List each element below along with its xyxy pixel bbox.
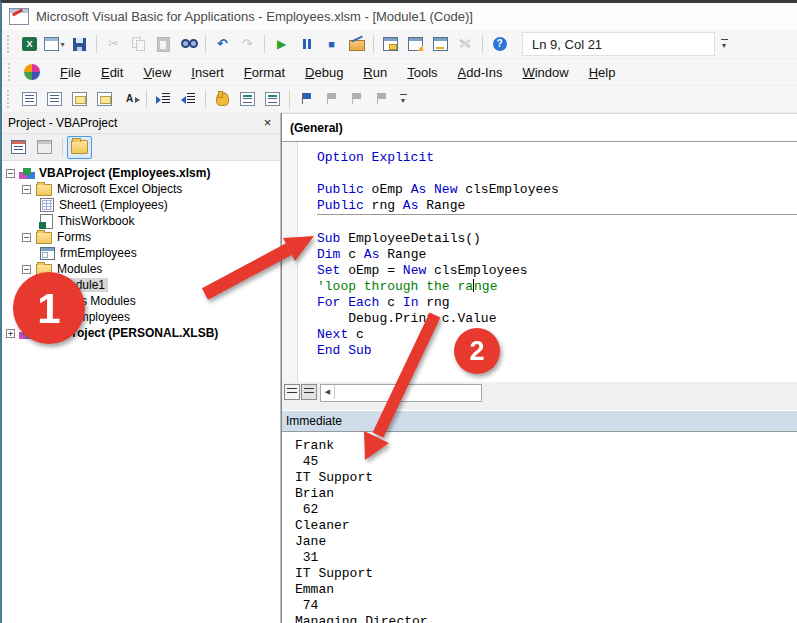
- menu-tools[interactable]: Tools: [397, 62, 447, 83]
- tree-item-vbaproject-employees-xlsm[interactable]: −VBAProject (Employees.xlsm): [2, 165, 280, 181]
- tree-item-sheet1-employees[interactable]: Sheet1 (Employees): [2, 197, 280, 213]
- immediate-window[interactable]: Frank 45IT SupportBrian 62CleanerJane 31…: [282, 431, 797, 623]
- paste-button[interactable]: [151, 33, 176, 56]
- copy-button[interactable]: [126, 33, 151, 56]
- code-text: oEmp =: [348, 263, 403, 278]
- list-constants-button[interactable]: [42, 88, 67, 111]
- menu-file[interactable]: File: [50, 62, 91, 83]
- next-bookmark-button[interactable]: [319, 88, 344, 111]
- tree-item-clsemployees[interactable]: clsEmployees: [2, 309, 280, 325]
- object-dropdown[interactable]: (General): [282, 113, 797, 142]
- view-object-button[interactable]: [32, 136, 57, 159]
- edit-toolbar-grip[interactable]: [7, 90, 13, 108]
- tree-item-thisworkbook[interactable]: ThisWorkbook: [2, 213, 280, 229]
- immediate-output-line: 74: [295, 598, 797, 614]
- design-mode-button[interactable]: [344, 33, 369, 56]
- toolbar-separator: [146, 90, 147, 108]
- excel-icon: X: [22, 37, 37, 51]
- immediate-output-line: 62: [295, 502, 797, 518]
- save-button[interactable]: [67, 33, 92, 56]
- list-properties-button[interactable]: [17, 88, 42, 111]
- menu-edit[interactable]: Edit: [91, 62, 133, 83]
- comment-block-button[interactable]: [235, 88, 260, 111]
- horizontal-scrollbar[interactable]: ◀: [320, 384, 482, 402]
- run-button[interactable]: ▶: [269, 33, 294, 56]
- code-text: c: [348, 247, 364, 262]
- indent-button[interactable]: [151, 88, 176, 111]
- lines-icon: [47, 92, 62, 106]
- collapse-icon[interactable]: −: [22, 297, 31, 306]
- toggle-bookmark-button[interactable]: [294, 88, 319, 111]
- clear-bookmarks-button[interactable]: [369, 88, 394, 111]
- tree-item-label: Sheet1 (Employees): [56, 198, 171, 212]
- tree-item-modules[interactable]: −Modules: [2, 261, 280, 277]
- immediate-output-line: Managing Director: [295, 614, 797, 623]
- expand-icon[interactable]: +: [6, 329, 15, 338]
- properties-window-button[interactable]: [403, 33, 428, 56]
- code-line: Option Explicit: [317, 150, 797, 166]
- tree-item-module1[interactable]: Module1: [2, 277, 280, 293]
- menu-help[interactable]: Help: [579, 62, 626, 83]
- toolbar-options-button[interactable]: ▾: [717, 33, 731, 56]
- project-panel-header: Project - VBAProject ×: [2, 113, 280, 134]
- tree-item-label: Modules: [54, 262, 105, 276]
- menu-view[interactable]: View: [133, 62, 181, 83]
- full-module-view-button[interactable]: [301, 384, 317, 400]
- toggle-breakpoint-button[interactable]: [210, 88, 235, 111]
- collapse-icon[interactable]: −: [6, 169, 15, 178]
- hand-icon: [216, 92, 229, 106]
- collapse-icon[interactable]: −: [22, 233, 31, 242]
- code-line: 'loop through the range: [317, 279, 797, 295]
- code-editor[interactable]: Option ExplicitPublic oEmp As New clsEmp…: [282, 142, 797, 382]
- menubar-grip[interactable]: [8, 63, 14, 81]
- toolbox-button[interactable]: [453, 33, 478, 56]
- immediate-window-titlebar[interactable]: Immediate: [282, 410, 797, 431]
- edit-toolbar-options-button[interactable]: ▾: [396, 88, 410, 111]
- tree-item-forms[interactable]: −Forms: [2, 229, 280, 245]
- view-code-button[interactable]: [6, 136, 31, 159]
- reset-button[interactable]: ■: [319, 33, 344, 56]
- class-icon: [40, 312, 51, 323]
- menu-window[interactable]: Window: [512, 62, 578, 83]
- tree-item-microsoft-excel-objects[interactable]: −Microsoft Excel Objects: [2, 181, 280, 197]
- code-line: Set oEmp = New clsEmployees: [317, 263, 797, 279]
- menu-add-ins[interactable]: Add-Ins: [448, 62, 513, 83]
- uncomment-block-button[interactable]: [260, 88, 285, 111]
- toggle-folders-button[interactable]: [67, 136, 92, 159]
- toolbar-grip[interactable]: [7, 35, 13, 53]
- tree-item-vbaproject-personal-xlsb[interactable]: +VBAProject (PERSONAL.XLSB): [2, 325, 280, 341]
- view-excel-button[interactable]: X: [17, 33, 42, 56]
- immediate-window-title: Immediate: [286, 414, 342, 428]
- undo-button[interactable]: ↶: [210, 33, 235, 56]
- collapse-icon[interactable]: −: [22, 185, 31, 194]
- procedure-view-button[interactable]: [284, 384, 300, 400]
- scroll-left-icon[interactable]: ◀: [321, 385, 335, 399]
- outdent-button[interactable]: [176, 88, 201, 111]
- tree-item-frmemployees[interactable]: frmEmployees: [2, 245, 280, 261]
- code-line: Public rng As Range: [317, 198, 797, 214]
- bigfolder-icon: [71, 140, 88, 154]
- folder-icon: [36, 232, 52, 244]
- cut-button[interactable]: ✂: [101, 33, 126, 56]
- menu-format[interactable]: Format: [234, 62, 295, 83]
- object-browser-button[interactable]: [428, 33, 453, 56]
- break-button[interactable]: [294, 33, 319, 56]
- find-button[interactable]: [176, 33, 201, 56]
- insert-userform-button[interactable]: ▾: [42, 33, 67, 56]
- tree-item-class-modules[interactable]: −Class Modules: [2, 293, 280, 309]
- tree-item-label: ThisWorkbook: [55, 214, 137, 228]
- complete-word-button[interactable]: A: [117, 88, 142, 111]
- help-button[interactable]: ?: [487, 33, 512, 56]
- parameter-info-button[interactable]: [92, 88, 117, 111]
- previous-bookmark-button[interactable]: [344, 88, 369, 111]
- code-text: rng: [426, 295, 449, 310]
- redo-button[interactable]: ↷: [235, 33, 260, 56]
- keyword-text: Public: [317, 198, 372, 213]
- menu-debug[interactable]: Debug: [295, 62, 353, 83]
- collapse-icon[interactable]: −: [22, 265, 31, 274]
- project-explorer-button[interactable]: [378, 33, 403, 56]
- quick-info-button[interactable]: [67, 88, 92, 111]
- menu-insert[interactable]: Insert: [181, 62, 234, 83]
- menu-run[interactable]: Run: [353, 62, 397, 83]
- close-button[interactable]: ×: [259, 115, 276, 131]
